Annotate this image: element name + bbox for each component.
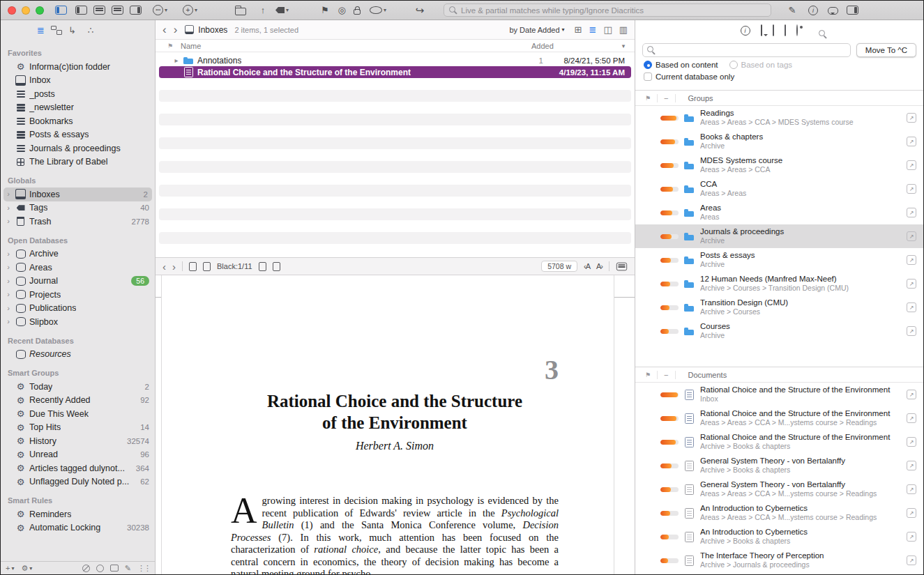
sidebar-item-newsletter[interactable]: _newsletter [1,101,155,115]
sidebar-item-posts[interactable]: _posts [1,87,155,101]
reveal-icon[interactable] [907,208,916,217]
sort-direction-icon[interactable] [619,43,628,49]
sidebar-item-inboxes[interactable]: ›Inboxes2 [3,187,152,201]
see-also-row-transition-design-cmu[interactable]: Transition Design (CMU)Archive > Courses [635,296,923,319]
flag-button[interactable] [319,4,331,17]
reveal-icon[interactable] [907,484,916,494]
info-inspector-button[interactable]: i [741,24,750,36]
based-on-tags-radio[interactable]: Based on tags [729,61,793,69]
pdf-forward-button[interactable] [172,261,176,272]
see-also-row-an-introduction-to-cybernetics[interactable]: An Introduction to CyberneticsAreas > Ar… [635,501,923,525]
sidebar-item-reminders[interactable]: Reminders [1,507,155,521]
image-icon[interactable] [110,565,119,572]
annotations-inspector-button[interactable] [761,25,762,36]
sort-menu[interactable]: by Date Added [509,26,564,34]
toolbar-search-field[interactable] [444,3,771,17]
settings-button[interactable] [21,564,32,573]
export-button[interactable] [257,4,268,17]
chat-button[interactable] [827,4,838,17]
see-also-row-general-system-theory-von-bertalanffy[interactable]: General System Theory - von BertalanffyA… [635,454,923,477]
reveal-icon[interactable] [907,532,916,542]
sidebar-item-posts-essays[interactable]: Posts & essays [1,128,155,142]
concordance-inspector-button[interactable] [796,25,798,36]
see-also-row-rational-choice-and-the-structure-of-the-environment[interactable]: Rational Choice and the Structure of the… [635,430,923,454]
tags-view-button[interactable] [88,25,93,36]
increase-text-button[interactable]: A› [596,262,603,270]
reveal-icon[interactable] [907,255,916,265]
reveal-icon[interactable] [907,413,916,423]
sidebar-item-projects[interactable]: ›Projects [1,288,155,302]
sidebar-item-slipbox[interactable]: ›Slipbox [1,315,155,329]
markup-button[interactable] [787,4,798,17]
toolbar-search-input[interactable] [461,6,766,15]
see-also-row-courses[interactable]: CoursesArchive [635,319,923,343]
pencil-icon[interactable] [125,564,131,573]
sidebar-item-resources[interactable]: Resources [1,348,155,362]
zoom-window-button[interactable] [36,6,44,15]
sync-circle-icon[interactable] [96,565,104,572]
sidebar-item-due-this-week[interactable]: Due This Week [1,407,155,421]
sidebar-item-unflagged-duly-noted-p[interactable]: Unflagged Duly Noted p...62 [1,475,155,489]
disclosure-icon[interactable]: › [5,277,12,285]
name-column-header[interactable]: Name [181,42,201,50]
disclosure-triangle-icon[interactable]: ▸ [173,56,180,64]
sidebar-item-top-hits[interactable]: Top Hits14 [1,421,155,435]
see-also-row-an-introduction-to-cybernetics[interactable]: An Introduction to CyberneticsArchive > … [635,525,923,549]
new-item-button[interactable] [183,4,197,17]
flag-column-icon[interactable] [165,43,175,49]
group-items-button[interactable] [235,4,246,17]
reveal-icon[interactable] [907,508,916,518]
slash-circle-icon[interactable] [82,565,90,572]
coverflow-view-button[interactable] [619,24,628,35]
see-also-search-field[interactable] [642,43,851,57]
see-also-row-12-human-needs-manfred-max-neef[interactable]: 12 Human Needs (Manfred Max-Neef)Archive… [635,272,923,296]
reveal-icon[interactable] [907,555,916,565]
current-database-only-checkbox[interactable]: Current database only [644,72,734,81]
tab-inboxes[interactable]: Inboxes [184,24,227,35]
forward-button[interactable] [174,24,178,36]
classify-button[interactable] [336,4,347,17]
page-thumbnails-button[interactable] [189,262,197,271]
disclosure-icon[interactable]: › [5,217,12,225]
disclosure-icon[interactable]: › [5,318,12,325]
see-also-row-areas[interactable]: AreasAreas [635,201,923,224]
close-window-button[interactable] [8,6,16,15]
reveal-icon[interactable] [907,184,916,194]
unify-inboxes-button[interactable] [68,25,76,36]
contents-list-button[interactable] [37,25,45,36]
move-to-button[interactable]: Move To ^C [856,43,916,57]
content-inspector-button[interactable] [773,25,774,36]
column-view-button[interactable] [603,24,612,35]
sidebar-item-today[interactable]: Today2 [1,380,155,394]
pdf-back-button[interactable] [162,261,166,272]
reveal-icon[interactable] [907,279,916,289]
disclosure-icon[interactable]: › [5,190,12,198]
sidebar-item-publications[interactable]: ›Publications [1,302,155,316]
decrease-text-button[interactable]: ‹A [584,262,590,270]
reveal-icon[interactable] [907,137,916,146]
icon-view-button[interactable] [575,24,582,35]
share-button[interactable] [414,4,425,17]
see-also-row-readings[interactable]: ReadingsAreas > Areas > CCA > MDES Syste… [635,106,923,130]
disclosure-icon[interactable]: › [5,204,12,212]
see-also-row-general-system-theory-von-bertalanffy[interactable]: General System Theory - von BertalanffyA… [635,477,923,501]
sidebar-item-areas[interactable]: ›Areas [1,261,155,275]
sidebar-item-unread[interactable]: Unread96 [1,448,155,462]
see-also-row-rational-choice-and-the-structure-of-the-environment[interactable]: Rational Choice and the Structure of the… [635,406,923,430]
sidebar-item-trash[interactable]: ›Trash2778 [1,215,155,229]
list-view-button[interactable] [589,24,597,35]
reveal-icon[interactable] [907,160,916,170]
sidebar-item-journal[interactable]: ›Journal56 [1,275,155,289]
see-also-row-mdes-systems-course[interactable]: MDES Systems courseAreas > Areas > CCA [635,153,923,177]
inspector-toggle-button[interactable] [847,4,858,17]
disclosure-icon[interactable]: › [5,305,12,312]
label-menu-button[interactable] [275,4,289,17]
document-inspector-button[interactable] [785,25,786,36]
pdf-viewer[interactable]: 3 Rational Choice and the Structure of t… [156,275,635,574]
sidebar-item-bookmarks[interactable]: Bookmarks [1,114,155,128]
disclosure-icon[interactable]: › [5,291,12,298]
reveal-icon[interactable] [907,326,916,336]
bookmarks-pane-button[interactable] [273,262,280,271]
sidebar-item-inbox[interactable]: Inbox [1,74,155,88]
reveal-icon[interactable] [907,437,916,447]
